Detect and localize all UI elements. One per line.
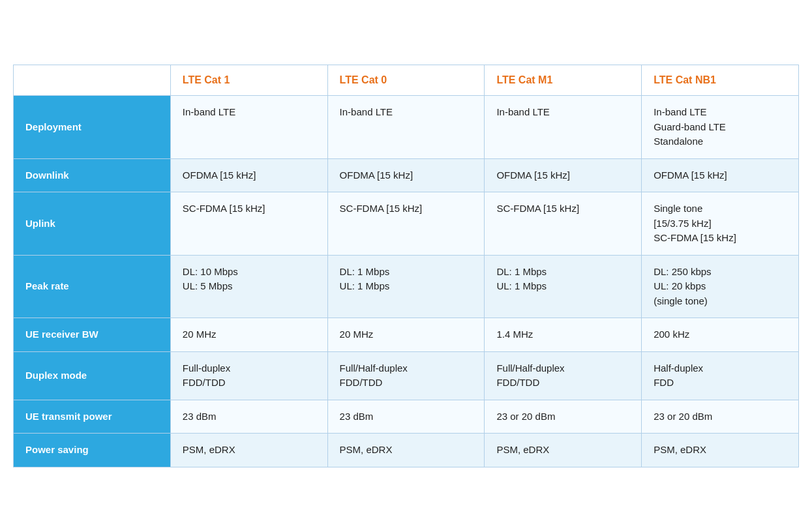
row-label: Peak rate <box>14 255 171 318</box>
table-cell: DL: 1 MbpsUL: 1 Mbps <box>327 255 485 318</box>
table-cell: 1.4 MHz <box>485 318 642 352</box>
table-cell: In-band LTE <box>170 96 327 159</box>
table-cell: 20 MHz <box>170 318 327 352</box>
row-label: Duplex mode <box>14 351 171 400</box>
table-cell: DL: 250 kbps UL: 20 kbps(single tone) <box>642 255 799 318</box>
table-row: UE receiver BW20 MHz20 MHz1.4 MHz200 kHz <box>14 318 799 352</box>
table-cell: Full/Half-duplexFDD/TDD <box>485 351 642 400</box>
row-label: UE receiver BW <box>14 318 171 352</box>
col-header-empty <box>14 65 171 96</box>
row-label: Uplink <box>14 192 171 256</box>
comparison-table: LTE Cat 1 LTE Cat 0 LTE Cat M1 LTE Cat N… <box>13 65 799 467</box>
table-row: DeploymentIn-band LTEIn-band LTEIn-band … <box>14 96 799 159</box>
table-row: Duplex modeFull-duplexFDD/TDDFull/Half-d… <box>14 351 799 400</box>
table-cell: PSM, eDRX <box>327 434 485 467</box>
table-cell: 200 kHz <box>642 318 799 352</box>
table-cell: SC-FDMA [15 kHz] <box>327 192 485 256</box>
row-label: Deployment <box>14 96 171 159</box>
table-cell: OFDMA [15 kHz] <box>170 158 327 192</box>
table-row: Power savingPSM, eDRXPSM, eDRXPSM, eDRXP… <box>14 434 799 467</box>
table-row: UplinkSC-FDMA [15 kHz]SC-FDMA [15 kHz]SC… <box>14 192 799 256</box>
table-cell: PSM, eDRX <box>485 434 642 467</box>
table-row: Peak rateDL: 10 MbpsUL: 5 MbpsDL: 1 Mbps… <box>14 255 799 318</box>
row-label: Power saving <box>14 434 171 467</box>
table-cell: SC-FDMA [15 kHz] <box>170 192 327 256</box>
col-header-lte-catnb1: LTE Cat NB1 <box>642 65 799 96</box>
table-cell: Single tone[15/3.75 kHz]SC-FDMA [15 kHz] <box>642 192 799 256</box>
table-row: UE transmit power23 dBm 23 dBm 23 or 20 … <box>14 400 799 434</box>
table-cell: DL: 1 MbpsUL: 1 Mbps <box>485 255 642 318</box>
table-cell: Full/Half-duplexFDD/TDD <box>327 351 485 400</box>
table-cell: DL: 10 MbpsUL: 5 Mbps <box>170 255 327 318</box>
col-header-lte-catm1: LTE Cat M1 <box>485 65 642 96</box>
table-cell: OFDMA [15 kHz] <box>327 158 485 192</box>
table-cell: SC-FDMA [15 kHz] <box>485 192 642 256</box>
table-cell: 23 dBm <box>170 400 327 434</box>
table-cell: Full-duplexFDD/TDD <box>170 351 327 400</box>
table-row: DownlinkOFDMA [15 kHz]OFDMA [15 kHz]OFDM… <box>14 158 799 192</box>
row-label: Downlink <box>14 158 171 192</box>
table-cell: 23 or 20 dBm <box>642 400 799 434</box>
table-cell: In-band LTE <box>327 96 485 159</box>
col-header-lte-cat0: LTE Cat 0 <box>327 65 485 96</box>
table-cell: OFDMA [15 kHz] <box>485 158 642 192</box>
table-cell: In-band LTEGuard-band LTEStandalone <box>642 96 799 159</box>
col-header-lte-cat1: LTE Cat 1 <box>170 65 327 96</box>
table-cell: 23 or 20 dBm <box>485 400 642 434</box>
table-cell: In-band LTE <box>485 96 642 159</box>
table-cell: 20 MHz <box>327 318 485 352</box>
table-cell: Half-duplexFDD <box>642 351 799 400</box>
table-cell: 23 dBm <box>327 400 485 434</box>
table-cell: PSM, eDRX <box>170 434 327 467</box>
row-label: UE transmit power <box>14 400 171 434</box>
table-cell: PSM, eDRX <box>642 434 799 467</box>
table-cell: OFDMA [15 kHz] <box>642 158 799 192</box>
